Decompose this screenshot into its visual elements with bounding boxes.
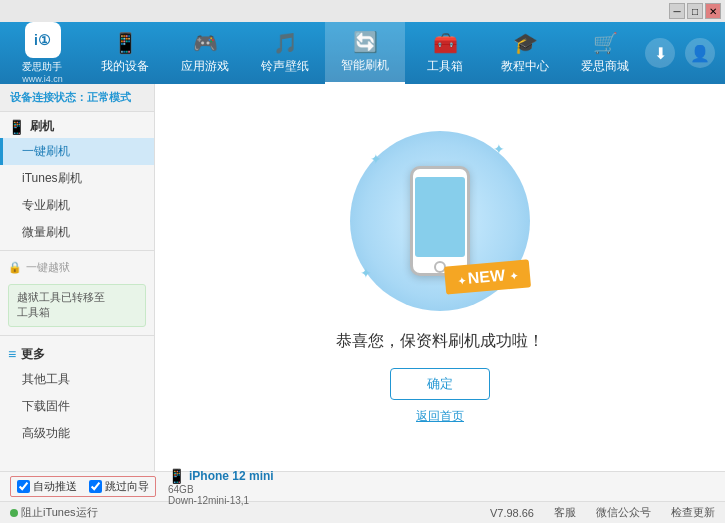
itunes-status-dot: [10, 509, 18, 517]
device-storage: 64GB: [168, 484, 274, 495]
checkbox-auto-push[interactable]: 自动推送: [17, 479, 77, 494]
header: i① 爱思助手 www.i4.cn 📱 我的设备 🎮 应用游戏 🎵 铃声壁纸 🔄…: [0, 22, 725, 84]
nav-apps-games[interactable]: 🎮 应用游戏: [165, 22, 245, 84]
bottom-bar: 自动推送 跳过向导 📱 iPhone 12 mini 64GB Down-12m…: [0, 471, 725, 501]
sidebar-section-flash: 📱 刷机: [0, 112, 154, 138]
download-btn[interactable]: ⬇: [645, 38, 675, 68]
nav-label: 应用游戏: [181, 58, 229, 75]
nav-label: 我的设备: [101, 58, 149, 75]
mall-icon: 🛒: [593, 31, 618, 55]
back-link[interactable]: 返回首页: [416, 408, 464, 425]
sparkle-2: ✦: [493, 141, 505, 157]
success-text: 恭喜您，保资料刷机成功啦！: [336, 331, 544, 352]
bottom-device-info: 📱 iPhone 12 mini 64GB Down-12mini-13,1: [168, 468, 274, 506]
sidebar-item-download-firmware[interactable]: 下载固件: [0, 393, 154, 420]
maximize-btn[interactable]: □: [687, 3, 703, 19]
sparkle-1: ✦: [370, 151, 382, 167]
device-status: 设备连接状态：正常模式: [0, 84, 154, 112]
sparkle-3: ✦: [360, 265, 372, 281]
close-btn[interactable]: ✕: [705, 3, 721, 19]
header-right: ⬇ 👤: [645, 38, 725, 68]
divider-1: [0, 250, 154, 251]
auto-push-label: 自动推送: [33, 479, 77, 494]
more-section-icon: ≡: [8, 346, 16, 362]
nav-label: 爱思商城: [581, 58, 629, 75]
device-name: 📱 iPhone 12 mini: [168, 468, 274, 484]
skip-guide-checkbox[interactable]: [89, 480, 102, 493]
itunes-status[interactable]: 阻止iTunes运行: [10, 505, 98, 520]
version-info: V7.98.66: [490, 507, 534, 519]
sidebar-item-pro-flash[interactable]: 专业刷机: [0, 192, 154, 219]
sidebar-jailbreak-lock: 🔒 一键越狱: [0, 255, 154, 280]
divider-2: [0, 335, 154, 336]
logo[interactable]: i① 爱思助手 www.i4.cn: [0, 22, 85, 84]
confirm-button[interactable]: 确定: [390, 368, 490, 400]
nav-toolbox[interactable]: 🧰 工具箱: [405, 22, 485, 84]
main: 设备连接状态：正常模式 📱 刷机 一键刷机 iTunes刷机 专业刷机 微量刷机…: [0, 84, 725, 471]
flash-icon: 🔄: [353, 30, 378, 54]
apps-icon: 🎮: [193, 31, 218, 55]
phone-screen: [415, 177, 465, 257]
flash-section-icon: 📱: [8, 119, 25, 135]
nav-ringtones[interactable]: 🎵 铃声壁纸: [245, 22, 325, 84]
sidebar-item-micro-flash[interactable]: 微量刷机: [0, 219, 154, 246]
logo-icon: i①: [25, 22, 61, 58]
title-bar: ─ □ ✕: [0, 0, 725, 22]
nav-label: 铃声壁纸: [261, 58, 309, 75]
status-bar: 阻止iTunes运行 V7.98.66 客服 微信公众号 检查更新: [0, 501, 725, 523]
nav-tutorials[interactable]: 🎓 教程中心: [485, 22, 565, 84]
nav-label: 教程中心: [501, 58, 549, 75]
ringtone-icon: 🎵: [273, 31, 298, 55]
tutorial-icon: 🎓: [513, 31, 538, 55]
bottom-checkboxes: 自动推送 跳过向导: [10, 476, 156, 497]
device-version: Down-12mini-13,1: [168, 495, 274, 506]
logo-text: 爱思助手 www.i4.cn: [22, 60, 63, 84]
wechat-link[interactable]: 微信公众号: [596, 505, 651, 520]
nav-items: 📱 我的设备 🎮 应用游戏 🎵 铃声壁纸 🔄 智能刷机 🧰 工具箱 🎓 教程中心…: [85, 22, 645, 84]
sidebar-item-other-tools[interactable]: 其他工具: [0, 366, 154, 393]
skip-guide-label: 跳过向导: [105, 479, 149, 494]
user-btn[interactable]: 👤: [685, 38, 715, 68]
auto-push-checkbox[interactable]: [17, 480, 30, 493]
sidebar-section-more: ≡ 更多: [0, 340, 154, 366]
nav-label: 智能刷机: [341, 57, 389, 74]
sidebar-jailbreak-notice: 越狱工具已转移至工具箱: [8, 284, 146, 327]
content-area: ✦ ✦ ✦ NEW 恭喜您，保资料刷机成功啦！ 确定 返回首页: [155, 84, 725, 471]
sidebar: 设备连接状态：正常模式 📱 刷机 一键刷机 iTunes刷机 专业刷机 微量刷机…: [0, 84, 155, 471]
checkbox-skip-guide[interactable]: 跳过向导: [89, 479, 149, 494]
phone-body: [410, 166, 470, 276]
nav-my-device[interactable]: 📱 我的设备: [85, 22, 165, 84]
check-update[interactable]: 检查更新: [671, 505, 715, 520]
sidebar-item-advanced[interactable]: 高级功能: [0, 420, 154, 447]
customer-service[interactable]: 客服: [554, 505, 576, 520]
sidebar-item-one-key-flash[interactable]: 一键刷机: [0, 138, 154, 165]
device-phone-icon: 📱: [168, 468, 185, 484]
toolbox-icon: 🧰: [433, 31, 458, 55]
minimize-btn[interactable]: ─: [669, 3, 685, 19]
nav-smart-flash[interactable]: 🔄 智能刷机: [325, 22, 405, 84]
nav-label: 工具箱: [427, 58, 463, 75]
sidebar-item-itunes-flash[interactable]: iTunes刷机: [0, 165, 154, 192]
nav-mall[interactable]: 🛒 爱思商城: [565, 22, 645, 84]
device-icon: 📱: [113, 31, 138, 55]
phone-illustration: ✦ ✦ ✦ NEW: [340, 131, 540, 311]
lock-icon: 🔒: [8, 261, 22, 274]
